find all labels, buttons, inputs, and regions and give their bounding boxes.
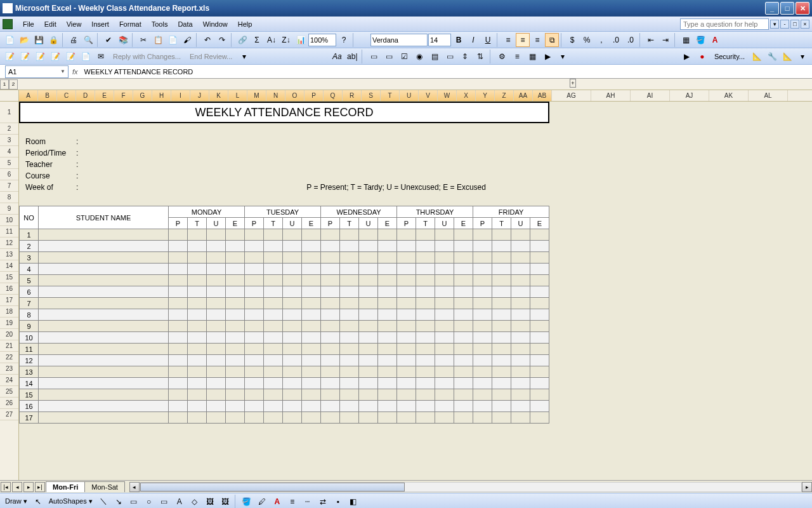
attendance-cell[interactable] <box>245 321 264 332</box>
attendance-cell[interactable] <box>188 366 207 378</box>
attendance-cell[interactable] <box>340 401 359 412</box>
attendance-cell[interactable] <box>226 275 245 286</box>
attendance-cell[interactable] <box>169 309 188 321</box>
attendance-cell[interactable] <box>207 286 226 298</box>
attendance-cell[interactable] <box>340 412 359 424</box>
attendance-cell[interactable] <box>530 309 549 321</box>
toolbar-options-1[interactable]: ▾ <box>237 50 251 64</box>
row-number-cell[interactable]: 16 <box>20 401 39 412</box>
sheet-tab[interactable]: Mon-Sat <box>84 481 125 492</box>
attendance-cell[interactable] <box>454 309 473 321</box>
security-link[interactable]: Security... <box>710 53 749 60</box>
student-name-cell[interactable] <box>39 355 169 366</box>
attendance-cell[interactable] <box>492 344 511 355</box>
attendance-cell[interactable] <box>492 298 511 309</box>
row-header[interactable]: 13 <box>0 249 18 260</box>
col-header-code[interactable]: E <box>454 218 473 229</box>
italic-button[interactable]: I <box>466 33 480 47</box>
row-header[interactable]: 7 <box>0 180 18 192</box>
attendance-cell[interactable] <box>264 275 283 286</box>
attendance-cell[interactable] <box>321 229 340 241</box>
column-header[interactable]: G <box>133 90 152 101</box>
student-name-cell[interactable] <box>39 298 169 309</box>
attendance-cell[interactable] <box>492 252 511 264</box>
attendance-cell[interactable] <box>321 286 340 298</box>
row-header[interactable]: 11 <box>0 226 18 237</box>
attendance-cell[interactable] <box>378 298 397 309</box>
attendance-cell[interactable] <box>226 332 245 344</box>
formula-bar[interactable]: WEEKLY ATTENDANCE RECORD <box>82 65 812 78</box>
attendance-cell[interactable] <box>283 355 302 366</box>
attendance-cell[interactable] <box>397 241 416 252</box>
attendance-cell[interactable] <box>340 355 359 366</box>
attendance-cell[interactable] <box>207 344 226 355</box>
attendance-cell[interactable] <box>511 286 530 298</box>
attendance-cell[interactable] <box>283 298 302 309</box>
outline-level-2[interactable]: 2 <box>9 79 18 90</box>
attendance-cell[interactable] <box>283 264 302 275</box>
column-header[interactable]: L <box>228 90 247 101</box>
attendance-cell[interactable] <box>435 344 454 355</box>
attendance-cell[interactable] <box>302 252 321 264</box>
student-name-cell[interactable] <box>39 332 169 344</box>
attendance-cell[interactable] <box>188 309 207 321</box>
mdi-minimize-button[interactable]: - <box>780 20 789 29</box>
attendance-cell[interactable] <box>473 298 492 309</box>
format-painter-button[interactable]: 🖌 <box>180 33 194 47</box>
attendance-cell[interactable] <box>454 344 473 355</box>
attendance-cell[interactable] <box>226 298 245 309</box>
attendance-cell[interactable] <box>359 252 378 264</box>
attendance-cell[interactable] <box>264 401 283 412</box>
col-header-code[interactable]: P <box>473 218 492 229</box>
attendance-cell[interactable] <box>283 401 302 412</box>
attendance-cell[interactable] <box>454 298 473 309</box>
row-header[interactable]: 2 <box>0 123 18 135</box>
tab-nav-next-icon[interactable]: ▸ <box>23 482 34 492</box>
col-header-day[interactable]: WEDNESDAY <box>321 206 397 218</box>
row-number-cell[interactable]: 7 <box>20 298 39 309</box>
attendance-cell[interactable] <box>245 401 264 412</box>
menu-format[interactable]: Format <box>114 19 147 29</box>
attendance-cell[interactable] <box>397 366 416 378</box>
attendance-cell[interactable] <box>397 275 416 286</box>
attendance-cell[interactable] <box>530 275 549 286</box>
attendance-cell[interactable] <box>245 309 264 321</box>
attendance-cell[interactable] <box>207 309 226 321</box>
attendance-cell[interactable] <box>283 321 302 332</box>
attendance-cell[interactable] <box>378 412 397 424</box>
row-number-cell[interactable]: 13 <box>20 366 39 378</box>
attendance-cell[interactable] <box>454 401 473 412</box>
attendance-cell[interactable] <box>530 298 549 309</box>
attendance-cell[interactable] <box>416 332 435 344</box>
mdi-close-button[interactable]: × <box>801 20 809 29</box>
attendance-cell[interactable] <box>207 378 226 389</box>
attendance-cell[interactable] <box>169 275 188 286</box>
col-header-day[interactable]: TUESDAY <box>245 206 321 218</box>
select-all-corner[interactable] <box>0 90 19 102</box>
attendance-cell[interactable] <box>188 332 207 344</box>
col-header-code[interactable]: U <box>359 218 378 229</box>
attendance-cell[interactable] <box>435 229 454 241</box>
attendance-cell[interactable] <box>416 229 435 241</box>
attendance-cell[interactable] <box>416 378 435 389</box>
align-right-button[interactable]: ≡ <box>530 33 544 47</box>
column-header[interactable]: A <box>19 90 38 101</box>
permission-button[interactable]: 🔒 <box>46 33 60 47</box>
attendance-cell[interactable] <box>169 252 188 264</box>
row-header[interactable]: 12 <box>0 237 18 249</box>
menu-file[interactable]: File <box>18 19 39 29</box>
attendance-cell[interactable] <box>169 401 188 412</box>
paste-button[interactable]: 📄 <box>166 33 180 47</box>
save-button[interactable]: 💾 <box>32 33 46 47</box>
column-header[interactable]: J <box>190 90 209 101</box>
tab-nav-prev-icon[interactable]: ◂ <box>12 482 22 492</box>
attendance-cell[interactable] <box>188 252 207 264</box>
col-header-code[interactable]: T <box>264 218 283 229</box>
student-name-cell[interactable] <box>39 309 169 321</box>
attendance-cell[interactable] <box>473 241 492 252</box>
attendance-cell[interactable] <box>416 264 435 275</box>
currency-button[interactable]: $ <box>565 33 579 47</box>
attendance-cell[interactable] <box>530 389 549 401</box>
column-header[interactable]: O <box>285 90 304 101</box>
attendance-cell[interactable] <box>473 412 492 424</box>
